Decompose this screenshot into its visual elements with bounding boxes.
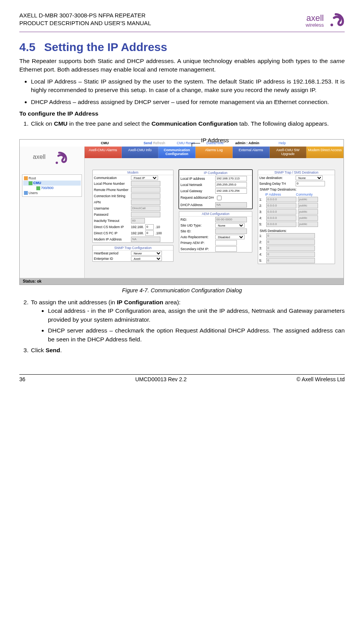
tree-cmu[interactable]: CMU	[23, 181, 81, 186]
step-1: Click on CMU in the tree pane and select…	[30, 119, 345, 128]
intro-bullet-list: Local IP Address – Static IP assigned by…	[19, 77, 345, 106]
modem-communication-select[interactable]: Fixed IP	[131, 176, 158, 180]
aem-secondary-ip[interactable]	[215, 246, 237, 252]
panel-modem-title: Modem	[93, 170, 173, 175]
topbar-title: CMU	[101, 141, 109, 145]
bullet-dhcp: DHCP Address – address assigned by DHCP …	[31, 98, 345, 106]
tree-root[interactable]: Root	[23, 176, 81, 181]
intro-paragraph: The Repeater supports both Static and DH…	[19, 57, 345, 74]
snmp-dest-comm-5[interactable]	[298, 222, 318, 227]
bullet-local-ip: Local IP Address – Static IP assigned by…	[31, 77, 345, 95]
snmp-dest-row: 4:	[258, 215, 335, 221]
snmp-dest-ip-2[interactable]	[266, 203, 296, 208]
callout-tick	[192, 143, 200, 143]
modem-username[interactable]	[131, 206, 160, 211]
modem-remote-phone[interactable]	[131, 187, 160, 193]
sms-dest-row: 4:	[258, 251, 335, 257]
snmp-dest-ip-5[interactable]	[266, 222, 296, 227]
modem-password[interactable]	[131, 212, 160, 217]
ip-local-address[interactable]	[215, 176, 247, 181]
panel-snmp-dest-title: SNMP Trap / SMS Destination	[258, 170, 335, 175]
section-title-text: Setting the IP Address	[44, 41, 167, 53]
section-heading: 4.5 Setting the IP Address	[19, 41, 345, 54]
ip-gateway[interactable]	[215, 188, 247, 194]
modem-cs-pc-ip-a[interactable]	[145, 230, 154, 236]
aem-primary-ip[interactable]	[215, 240, 237, 246]
panel-snmp-trap-config: SNMP Trap Configuration Heartbeat period…	[92, 245, 173, 262]
sms-dest-1[interactable]	[266, 233, 315, 239]
step-2: To assign the unit addresses (in IP Conf…	[30, 298, 345, 344]
procedure-steps-cont: To assign the unit addresses (in IP Conf…	[19, 298, 345, 355]
sms-dest-3[interactable]	[266, 246, 315, 251]
sms-dest-row: 1:	[258, 233, 335, 239]
figure-caption: Figure 4-7. Communication Configuration …	[19, 287, 345, 293]
panel-aem-title: AEM Configuration	[179, 211, 252, 217]
tab-info[interactable]: Axell-CMU Info	[122, 147, 159, 158]
nav-tree[interactable]: Root CMU 700/800 Users	[22, 174, 82, 197]
snmp-dest-row: 3:	[258, 209, 335, 215]
logo-bottom: wireless	[306, 22, 324, 27]
tree-users[interactable]: Users	[23, 191, 81, 196]
screenshot-frame: CMU Send Refresh CMU Reset Date&Time adm…	[19, 139, 344, 285]
tree-band[interactable]: 700/800	[23, 186, 81, 191]
topbar-refresh[interactable]: Refresh	[153, 141, 165, 145]
snmp-dest-row: 2:	[258, 203, 335, 209]
sms-dest-5[interactable]	[266, 258, 315, 263]
modem-cs-modem-ip-a[interactable]	[145, 224, 154, 230]
callout-label: IP Address	[201, 137, 229, 143]
tab-ext-alarms[interactable]: External Alarms	[233, 147, 270, 158]
sms-dest-2[interactable]	[266, 239, 315, 245]
procedure-steps: Click on CMU in the tree pane and select…	[19, 119, 345, 128]
shot-topbar: CMU Send Refresh CMU Reset Date&Time adm…	[20, 140, 344, 147]
svg-point-2	[56, 162, 58, 164]
snmp-dest-ip-3[interactable]	[266, 209, 296, 215]
ip-request-dhcp-checkbox[interactable]	[217, 196, 222, 200]
page-footer: 36 UMCD00013 Rev 2.2 © Axell Wireless Lt…	[19, 374, 345, 382]
intro-emphasis: same	[330, 58, 345, 64]
logo-top: axell	[306, 14, 324, 22]
tab-comm-config[interactable]: Communication Configuration	[158, 147, 196, 158]
svg-text:axell: axell	[33, 153, 46, 160]
tab-alarms-log[interactable]: Alarms Log	[196, 147, 233, 158]
header-line2: PRODUCT DESCRIPTION AND USER'S MANUAL	[19, 19, 151, 27]
aem-site-id[interactable]	[215, 229, 247, 234]
tab-modem-direct[interactable]: Modem Direct Access	[306, 147, 344, 158]
snmp-heartbeat-select[interactable]: Never	[131, 251, 162, 256]
aem-site-uid-type[interactable]: None	[215, 223, 245, 228]
topbar-admin: admin : Admin	[235, 141, 259, 145]
sms-dest-4[interactable]	[266, 252, 315, 257]
topbar-send[interactable]: Send	[144, 141, 152, 145]
modem-inactivity[interactable]	[131, 218, 145, 223]
modem-local-phone[interactable]	[131, 181, 160, 186]
snmp-dest-comm-2[interactable]	[298, 203, 318, 208]
snmp-delay-th[interactable]	[296, 181, 325, 186]
shot-sidebar: axell Root CMU 700/800 Users	[20, 147, 85, 278]
snmp-enterprise-select[interactable]: Axell	[131, 256, 162, 261]
tab-alarms[interactable]: Axell-CMU Alarms	[85, 147, 122, 158]
section-number: 4.5	[19, 41, 41, 54]
ip-netmask[interactable]	[215, 182, 247, 188]
shot-logo: axell	[22, 149, 82, 169]
sub-dhcp-server: DHCP server address – checkmark the opti…	[48, 326, 345, 344]
sub-local-address: Local address - in the IP Configuration …	[48, 307, 345, 324]
panel-ip-title: IP Configuration	[179, 171, 252, 176]
tab-sw-upgrade[interactable]: Axell-CMU SW Upgrade	[270, 147, 307, 158]
snmp-dest-comm-3[interactable]	[298, 209, 318, 215]
axell-swirl-icon	[327, 12, 345, 29]
aem-auto-replacement[interactable]: Disabled	[215, 235, 245, 239]
panel-snmp-config-title: SNMP Trap Configuration	[93, 246, 173, 251]
modem-init-string[interactable]	[131, 193, 160, 199]
shot-main: Axell-CMU Alarms Axell-CMU Info Communic…	[85, 147, 344, 278]
snmp-dest-ip-4[interactable]	[266, 215, 296, 221]
snmp-dest-ip-1[interactable]	[266, 197, 296, 202]
snmp-dest-comm-4[interactable]	[298, 215, 318, 221]
company-logo: axell wireless	[306, 12, 345, 29]
snmp-dest-comm-1[interactable]	[298, 197, 318, 202]
topbar-help[interactable]: Help	[279, 141, 286, 145]
panel-ip-configuration: IP Configuration Local IP address Local …	[179, 170, 252, 209]
footer-page: 36	[19, 376, 26, 382]
tab-row: Axell-CMU Alarms Axell-CMU Info Communic…	[85, 147, 344, 158]
modem-apn[interactable]	[131, 200, 160, 205]
modem-ip-addr	[131, 237, 160, 242]
snmp-use-dest[interactable]: None	[296, 176, 323, 180]
